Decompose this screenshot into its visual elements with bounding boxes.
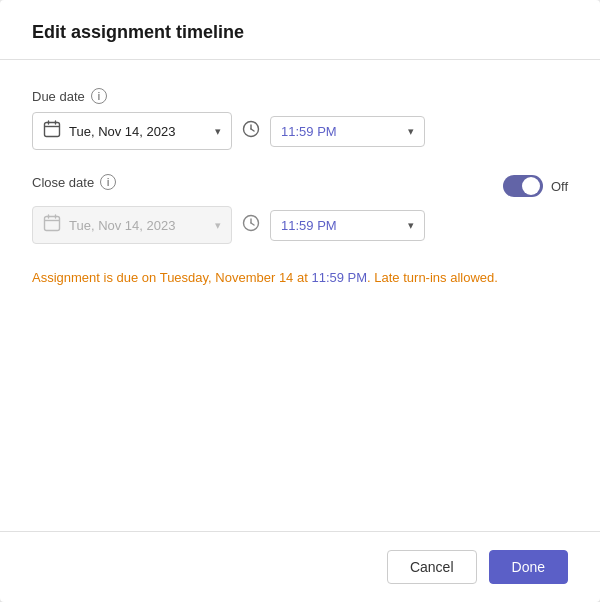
toggle-knob: [522, 177, 540, 195]
cancel-button[interactable]: Cancel: [387, 550, 477, 584]
due-date-chevron-icon: ▾: [215, 125, 221, 138]
due-date-calendar-icon: [43, 120, 61, 142]
dialog-title: Edit assignment timeline: [32, 22, 568, 43]
due-date-info-icon[interactable]: i: [91, 88, 107, 104]
svg-line-6: [251, 129, 254, 131]
close-date-header: Close date i Off: [32, 174, 568, 198]
close-date-value: Tue, Nov 14, 2023: [69, 218, 207, 233]
dialog-header: Edit assignment timeline: [0, 0, 600, 60]
close-date-toggle-area: Off: [503, 175, 568, 197]
svg-line-13: [251, 223, 254, 225]
due-time-picker[interactable]: 11:59 PM ▾: [270, 116, 425, 147]
due-date-label: Due date i: [32, 88, 568, 104]
close-time-chevron-icon: ▾: [408, 219, 414, 232]
due-date-value: Tue, Nov 14, 2023: [69, 124, 207, 139]
summary-prefix: Assignment is due on Tuesday, November 1…: [32, 270, 308, 285]
due-date-clock-icon: [242, 120, 260, 142]
dialog-footer: Cancel Done: [0, 531, 600, 602]
close-date-chevron-icon: ▾: [215, 219, 221, 232]
svg-rect-0: [45, 123, 60, 137]
close-time-value: 11:59 PM: [281, 218, 400, 233]
summary-suffix: . Late turn-ins allowed.: [367, 270, 498, 285]
edit-timeline-dialog: Edit assignment timeline Due date i: [0, 0, 600, 602]
close-date-clock-icon: [242, 214, 260, 236]
close-date-toggle[interactable]: [503, 175, 543, 197]
due-date-group: Due date i Tue, Nov 14, 2023 ▾: [32, 88, 568, 150]
close-time-picker[interactable]: 11:59 PM ▾: [270, 210, 425, 241]
close-date-info-icon[interactable]: i: [100, 174, 116, 190]
due-date-row: Tue, Nov 14, 2023 ▾ 11:59 PM ▾: [32, 112, 568, 150]
svg-rect-7: [45, 217, 60, 231]
close-date-group: Close date i Off: [32, 174, 568, 244]
due-time-value: 11:59 PM: [281, 124, 400, 139]
toggle-state-label: Off: [551, 179, 568, 194]
due-date-picker[interactable]: Tue, Nov 14, 2023 ▾: [32, 112, 232, 150]
due-time-chevron-icon: ▾: [408, 125, 414, 138]
dialog-body: Due date i Tue, Nov 14, 2023 ▾: [0, 60, 600, 409]
assignment-summary: Assignment is due on Tuesday, November 1…: [32, 268, 568, 288]
summary-time: 11:59 PM: [308, 270, 367, 285]
close-date-calendar-icon: [43, 214, 61, 236]
close-date-picker: Tue, Nov 14, 2023 ▾: [32, 206, 232, 244]
close-date-row: Tue, Nov 14, 2023 ▾ 11:59 PM ▾: [32, 206, 568, 244]
close-date-label: Close date i: [32, 174, 116, 190]
done-button[interactable]: Done: [489, 550, 568, 584]
